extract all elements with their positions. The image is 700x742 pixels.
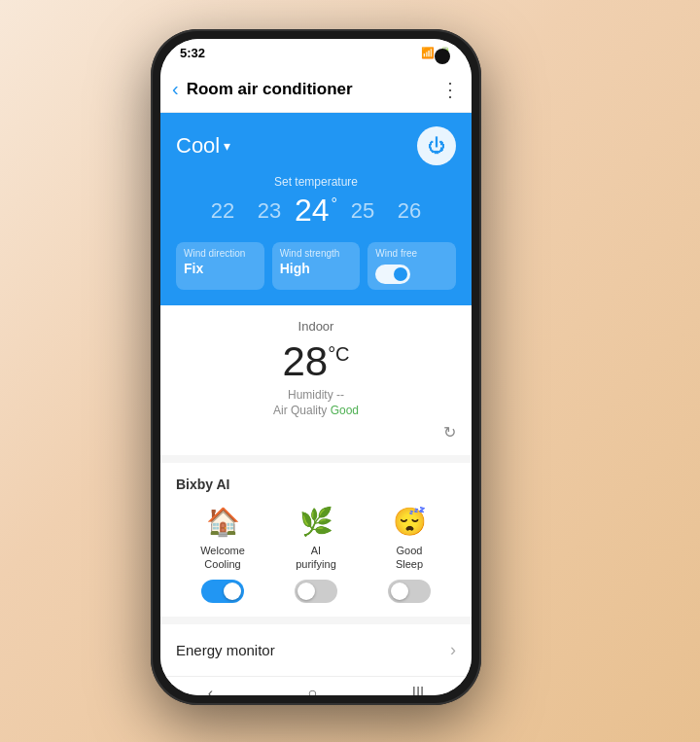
- temp-22[interactable]: 22: [199, 198, 246, 224]
- welcome-cooling-toggle-knob: [224, 583, 241, 600]
- indoor-section: Indoor 28°C Humidity -- Air Quality Good…: [160, 305, 472, 463]
- nav-home-button[interactable]: ○: [308, 685, 318, 695]
- wind-direction-value: Fix: [184, 261, 257, 276]
- nav-bar: ‹ ○ |||: [160, 676, 472, 695]
- wind-free-chip[interactable]: Wind free: [368, 242, 456, 290]
- camera-notch: [435, 49, 450, 64]
- mode-selector[interactable]: Cool ▾: [176, 133, 230, 159]
- indoor-temperature: 28°C: [176, 341, 456, 382]
- bixby-item-ai-purifying: 🌿 AIpurifying: [269, 506, 363, 603]
- refresh-icon[interactable]: ↻: [443, 423, 456, 442]
- energy-monitor-chevron-icon: ›: [450, 640, 456, 660]
- mode-text: Cool: [176, 133, 220, 159]
- temp-23[interactable]: 23: [246, 198, 293, 224]
- wind-strength-value: High: [280, 261, 353, 276]
- nav-recents-button[interactable]: |||: [412, 685, 424, 695]
- power-icon: ⏻: [428, 136, 445, 157]
- indoor-temp-degree: °C: [328, 343, 349, 365]
- nav-back-button[interactable]: ‹: [208, 685, 213, 695]
- good-sleep-toggle[interactable]: [388, 580, 431, 603]
- good-sleep-label: GoodSleep: [396, 544, 423, 572]
- bixby-title: Bixby AI: [176, 477, 456, 492]
- energy-monitor-label: Energy monitor: [176, 642, 275, 658]
- wind-strength-label: Wind strength: [280, 248, 353, 259]
- temp-row: 22 23 24° 25 26: [176, 193, 456, 229]
- set-temp-label: Set temperature: [176, 175, 456, 189]
- air-quality-label: Air Quality: [273, 404, 327, 417]
- indoor-air-quality: Air Quality Good: [176, 404, 456, 417]
- wind-strength-chip[interactable]: Wind strength High: [272, 242, 361, 290]
- status-bar: 5:32 📶 🔋: [160, 39, 472, 66]
- ai-purifying-toggle-knob: [298, 583, 315, 600]
- back-button[interactable]: ‹: [172, 78, 179, 100]
- phone-frame: 5:32 📶 🔋 ‹ Room air conditioner ⋮ Cool ▾: [151, 29, 481, 705]
- mode-chevron-icon: ▾: [224, 138, 230, 154]
- welcome-cooling-toggle[interactable]: [201, 580, 244, 603]
- page-title: Room air conditioner: [187, 80, 440, 99]
- welcome-cooling-label: WelcomeCooling: [200, 544, 245, 572]
- indoor-title: Indoor: [176, 319, 456, 334]
- status-time: 5:32: [180, 46, 205, 60]
- power-button[interactable]: ⏻: [417, 126, 456, 165]
- temp-26[interactable]: 26: [386, 198, 433, 224]
- bixby-items: 🏠 WelcomeCooling 🌿 AIpurifying: [176, 506, 456, 603]
- temp-24-active[interactable]: 24°: [293, 193, 339, 229]
- good-sleep-icon: 😴: [393, 506, 427, 538]
- bixby-item-good-sleep: 😴 GoodSleep: [363, 506, 456, 603]
- bixby-section: Bixby AI 🏠 WelcomeCooling 🌿 AIpurifying: [160, 463, 472, 624]
- scene: 5:32 📶 🔋 ‹ Room air conditioner ⋮ Cool ▾: [0, 0, 700, 742]
- wind-direction-label: Wind direction: [184, 248, 257, 259]
- bixby-item-welcome-cooling: 🏠 WelcomeCooling: [176, 506, 269, 603]
- ai-purifying-toggle[interactable]: [295, 580, 337, 603]
- wind-direction-chip[interactable]: Wind direction Fix: [176, 242, 264, 290]
- indoor-temp-value: 28: [282, 338, 328, 384]
- wind-free-toggle[interactable]: [375, 265, 410, 284]
- good-sleep-toggle-knob: [391, 583, 408, 600]
- mode-row: Cool ▾ ⏻: [176, 126, 456, 165]
- air-quality-value: Good: [331, 404, 359, 417]
- wind-free-toggle-knob: [394, 267, 407, 281]
- controls-row: Wind direction Fix Wind strength High Wi…: [176, 242, 456, 290]
- temperature-section: Set temperature 22 23 24° 25 26: [176, 175, 456, 229]
- more-button[interactable]: ⋮: [440, 78, 460, 101]
- app-header: ‹ Room air conditioner ⋮: [160, 66, 472, 113]
- signal-icon: 📶: [421, 47, 435, 59]
- phone-screen: 5:32 📶 🔋 ‹ Room air conditioner ⋮ Cool ▾: [160, 39, 472, 695]
- refresh-row: ↻: [176, 423, 456, 442]
- control-panel: Cool ▾ ⏻ Set temperature 22 23 24° 25 26: [160, 113, 472, 305]
- energy-monitor-row[interactable]: Energy monitor ›: [160, 624, 472, 676]
- ai-purifying-icon: 🌿: [299, 506, 333, 538]
- temp-25[interactable]: 25: [339, 198, 386, 224]
- welcome-cooling-icon: 🏠: [206, 506, 240, 538]
- ai-purifying-label: AIpurifying: [296, 544, 336, 572]
- indoor-humidity: Humidity --: [176, 388, 456, 402]
- wind-free-label: Wind free: [375, 248, 417, 259]
